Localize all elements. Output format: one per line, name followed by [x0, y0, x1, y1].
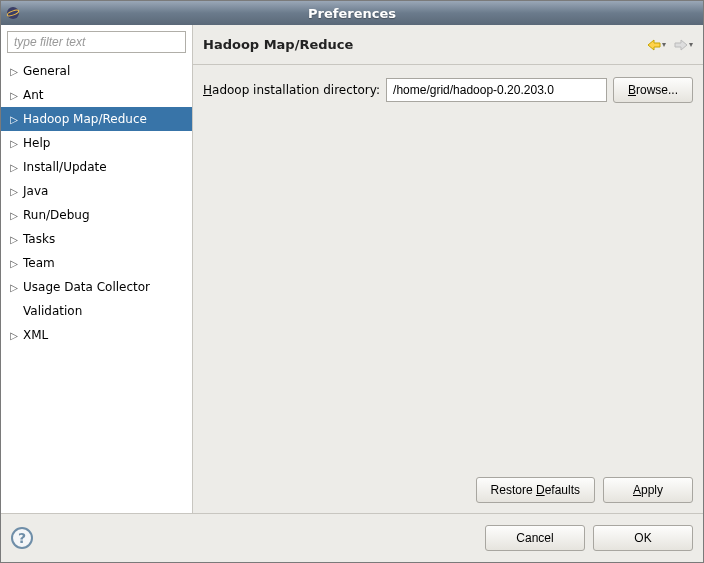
tree-item[interactable]: ▷Team [1, 251, 192, 275]
tree-item[interactable]: ▷Run/Debug [1, 203, 192, 227]
filter-input[interactable] [7, 31, 186, 53]
tree-item-label: Help [21, 136, 50, 150]
expand-arrow-icon[interactable]: ▷ [7, 234, 21, 245]
ok-button[interactable]: OK [593, 525, 693, 551]
tree-item-label: Hadoop Map/Reduce [21, 112, 147, 126]
window-title: Preferences [1, 6, 703, 21]
tree-item[interactable]: ▷Install/Update [1, 155, 192, 179]
tree-item-label: Ant [21, 88, 44, 102]
spacer [203, 103, 693, 467]
footer-buttons: Cancel OK [485, 525, 693, 551]
tree-item-label: Usage Data Collector [21, 280, 150, 294]
tree-item-label: General [21, 64, 70, 78]
expand-arrow-icon[interactable]: ▷ [7, 282, 21, 293]
tree-item-label: Validation [21, 304, 82, 318]
expand-arrow-icon[interactable]: ▷ [7, 114, 21, 125]
tree-item[interactable]: ▷Hadoop Map/Reduce [1, 107, 192, 131]
preferences-window: Preferences ▷General▷Ant▷Hadoop Map/Redu… [0, 0, 704, 563]
tree-item[interactable]: ▷Java [1, 179, 192, 203]
expand-arrow-icon[interactable]: ▷ [7, 90, 21, 101]
tree-item-label: Tasks [21, 232, 55, 246]
nav-icons: ▾ ▾ [647, 39, 693, 51]
nav-back-icon[interactable]: ▾ [647, 39, 666, 51]
cancel-button[interactable]: Cancel [485, 525, 585, 551]
sidebar: ▷General▷Ant▷Hadoop Map/Reduce▷Help▷Inst… [1, 25, 193, 513]
page-body: Hadoop installation directory: Browse...… [193, 65, 703, 513]
expand-arrow-icon[interactable]: ▷ [7, 258, 21, 269]
tree-item-label: Team [21, 256, 55, 270]
main-panel: Hadoop Map/Reduce ▾ ▾ Hadoop installatio… [193, 25, 703, 513]
expand-arrow-icon[interactable]: ▷ [7, 162, 21, 173]
tree-item[interactable]: ▷General [1, 59, 192, 83]
tree-item-label: Install/Update [21, 160, 107, 174]
expand-arrow-icon[interactable]: ▷ [7, 66, 21, 77]
tree-item[interactable]: ▷XML [1, 323, 192, 347]
tree-item[interactable]: ▷Validation [1, 299, 192, 323]
nav-forward-icon[interactable]: ▾ [674, 39, 693, 51]
page-buttons: Restore Defaults Apply [203, 467, 693, 503]
restore-defaults-button[interactable]: Restore Defaults [476, 477, 595, 503]
dropdown-triangle-icon: ▾ [662, 40, 666, 49]
tree-item-label: Java [21, 184, 48, 198]
content-area: ▷General▷Ant▷Hadoop Map/Reduce▷Help▷Inst… [1, 25, 703, 514]
titlebar: Preferences [1, 1, 703, 25]
browse-button[interactable]: Browse... [613, 77, 693, 103]
dialog-body: ▷General▷Ant▷Hadoop Map/Reduce▷Help▷Inst… [1, 25, 703, 562]
preferences-tree[interactable]: ▷General▷Ant▷Hadoop Map/Reduce▷Help▷Inst… [1, 59, 192, 513]
tree-item[interactable]: ▷Help [1, 131, 192, 155]
tree-item-label: Run/Debug [21, 208, 90, 222]
expand-arrow-icon[interactable]: ▷ [7, 330, 21, 341]
tree-item[interactable]: ▷Ant [1, 83, 192, 107]
app-icon [1, 5, 25, 21]
expand-arrow-icon[interactable]: ▷ [7, 186, 21, 197]
tree-item[interactable]: ▷Usage Data Collector [1, 275, 192, 299]
install-dir-label: Hadoop installation directory: [203, 83, 380, 97]
expand-arrow-icon[interactable]: ▷ [7, 210, 21, 221]
dropdown-triangle-icon: ▾ [689, 40, 693, 49]
tree-item-label: XML [21, 328, 48, 342]
page-title: Hadoop Map/Reduce [203, 37, 353, 52]
dialog-footer: ? Cancel OK [1, 514, 703, 562]
apply-button[interactable]: Apply [603, 477, 693, 503]
page-header: Hadoop Map/Reduce ▾ ▾ [193, 25, 703, 65]
expand-arrow-icon[interactable]: ▷ [7, 138, 21, 149]
help-icon[interactable]: ? [11, 527, 33, 549]
filter-wrap [1, 25, 192, 59]
tree-item[interactable]: ▷Tasks [1, 227, 192, 251]
install-dir-row: Hadoop installation directory: Browse... [203, 77, 693, 103]
install-dir-input[interactable] [386, 78, 607, 102]
